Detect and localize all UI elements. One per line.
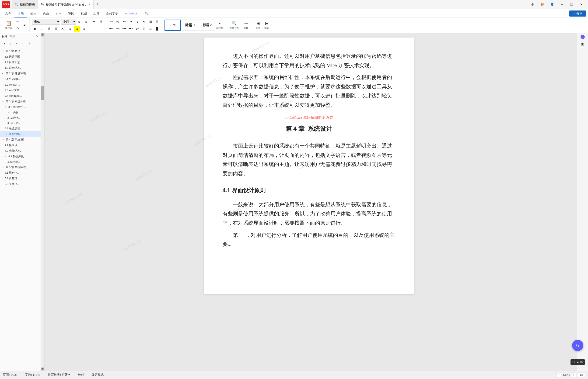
scroll-down-button[interactable]: ▼ — [41, 368, 44, 370]
char-shading-button[interactable]: A — [81, 26, 87, 32]
user-icon[interactable]: 👤 — [547, 1, 557, 8]
bold-button[interactable]: B — [32, 26, 38, 32]
paste-button[interactable]: 📋 格式刷 — [4, 20, 14, 30]
sidebar-item-3-1-1[interactable]: 3.1.1 操作... — [0, 110, 41, 115]
sidebar-item-2-3[interactable]: 2.3 vue 技术 — [0, 87, 41, 93]
numbered-list-button[interactable]: ≡1 — [115, 19, 121, 25]
tab-start[interactable]: 开始 — [15, 9, 27, 17]
search-icon[interactable]: 🔍 — [142, 9, 152, 17]
decrease-font-button[interactable]: A⁻ — [84, 19, 90, 25]
style-zhengwen-button[interactable]: 正文 — [165, 20, 181, 31]
bullet-list-button[interactable]: ≡• — [108, 19, 114, 25]
sidebar-item-3-1[interactable]: ▼ 3.1 可行性分... — [0, 104, 41, 110]
align-right-button[interactable]: ≡➡ — [121, 26, 127, 32]
para-border-button[interactable]: □ — [148, 26, 153, 32]
close-button[interactable]: ✕ — [577, 1, 586, 8]
columns-button[interactable]: ⫴ — [141, 26, 147, 32]
sidebar-item-ch1[interactable]: ▼ 第 1 章 绪论 — [0, 48, 41, 54]
float-lang-button[interactable]: CH ⇌ 简 — [571, 359, 585, 365]
sidebar-item-2-4[interactable]: 2.4 SpringBo... — [0, 93, 41, 99]
zoom-out-button[interactable]: − — [556, 372, 561, 377]
italic-button[interactable]: I — [39, 26, 45, 32]
sidebar-item-4-1[interactable]: 4.1 界面设计... — [0, 142, 41, 148]
wps-ai-right-button[interactable]: G — [581, 35, 585, 39]
style-biaoti1-button[interactable]: 标题 1 — [182, 20, 198, 31]
tab-insert[interactable]: 插入 — [27, 9, 40, 17]
sidebar-item-1-3[interactable]: 1.3 论文结构... — [0, 65, 41, 71]
show-formatting-button[interactable]: ¶ — [141, 19, 147, 25]
float-wc-button[interactable]: G — [572, 340, 583, 351]
sidebar-item-4-2[interactable]: 4.2 功能结构... — [0, 148, 41, 154]
new-tab-button[interactable]: + — [94, 2, 101, 7]
styles-more-button[interactable]: ▾ — [217, 20, 223, 27]
find-replace-button[interactable]: 🔍 查找替换 — [228, 20, 241, 30]
font-size-select[interactable]: 小四 — [61, 19, 76, 25]
tab-file[interactable]: 文件 — [2, 9, 15, 17]
restore-button[interactable]: ❐ — [567, 1, 576, 8]
align-center-button[interactable]: ≡≡ — [115, 26, 121, 32]
sidebar-refresh-button[interactable]: ↺ — [26, 41, 31, 46]
sidebar-item-2-1[interactable]: 2.1 MYSQL ... — [0, 76, 41, 82]
decrease-indent-button[interactable]: ⇤ — [121, 19, 127, 25]
document-area[interactable]: ▲ ▼ code51.cn code51.cn code51.cn code51… — [41, 33, 577, 371]
align-left-button[interactable]: ⬅≡ — [108, 26, 114, 32]
tab-cite[interactable]: 引用 — [52, 9, 65, 17]
tab-tools[interactable]: 工具 — [90, 9, 103, 17]
tab-doc-main[interactable]: W 校园食堂订餐系统boot论文.d... ✕ — [38, 0, 94, 9]
tab-page[interactable]: 页面 — [40, 9, 52, 17]
sidebar-item-3-3[interactable]: 3.3 系统性能... — [0, 131, 41, 137]
sidebar-item-5-3[interactable]: 5.3 美食信... — [0, 181, 41, 187]
share-button[interactable]: ↗ 分享 — [569, 11, 586, 16]
settings-icon[interactable]: ⚙ — [528, 1, 537, 8]
scroll-thumb[interactable] — [41, 86, 44, 100]
border-button[interactable]: ⊡ — [148, 19, 153, 25]
sidebar-add-button[interactable]: + — [14, 41, 19, 46]
copy-button[interactable]: ⧉ — [15, 25, 20, 32]
highlight-button[interactable]: A — [74, 26, 80, 32]
superscript-button[interactable]: X² — [60, 26, 66, 32]
spell-check[interactable]: 拼写检查: 打开 ▾ — [48, 373, 70, 377]
sidebar-up-button[interactable]: ↑ — [8, 41, 13, 46]
sidebar-item-5-2[interactable]: 5.2 食堂信... — [0, 175, 41, 181]
increase-font-button[interactable]: A⁺ — [77, 19, 83, 25]
tab-review[interactable]: 审阅 — [65, 9, 77, 17]
tab-vip[interactable]: 会员专享 — [103, 9, 121, 17]
clear-format-button[interactable]: ✦ — [91, 19, 97, 25]
rank-button[interactable]: ⊟ 排列 — [263, 20, 270, 30]
tab-close-icon[interactable]: ✕ — [88, 3, 91, 6]
justify-button[interactable]: ⬌≡ — [128, 26, 134, 32]
sidebar-item-3-1-2[interactable]: 3.1.2 经济... — [0, 115, 41, 121]
sidebar-item-1-1[interactable]: 1.1 选题动因 — [0, 54, 41, 60]
sidebar-item-1-2[interactable]: 1.2 目的和意... — [0, 60, 41, 65]
sidebar-chapter-tab[interactable]: 章节 — [9, 34, 16, 38]
underline-button[interactable]: U̲ — [46, 26, 52, 32]
pinyin-button[interactable]: 拼 — [98, 19, 104, 25]
sidebar-item-3-1-3[interactable]: 3.1.3 技术... — [0, 120, 41, 126]
sidebar-item-4-3[interactable]: ▼ 4.3 数据库设... — [0, 154, 41, 159]
skin-icon[interactable]: 🎨 — [538, 1, 547, 8]
sidebar-item-ch2[interactable]: ▶ 第 2 章 开发环境... — [0, 71, 41, 76]
cut-button[interactable]: ✂ — [15, 19, 20, 25]
tab-find-template[interactable]: 🔍 找稿壳模板 — [12, 0, 38, 9]
vertical-scrollbar[interactable]: ▲ ▼ — [41, 33, 45, 371]
shading-button[interactable]: ▒ — [154, 19, 160, 25]
sidebar-item-ch4[interactable]: ▼ 第 4 章 系统设计 — [0, 137, 41, 142]
tab-view[interactable]: 视图 — [77, 9, 90, 17]
format-painter-button[interactable]: 🖌 — [21, 22, 28, 28]
sidebar-collapse-button[interactable]: ▼ — [2, 41, 7, 46]
font-family-select[interactable]: 宋体 — [32, 19, 60, 25]
line-spacing-button[interactable]: ↕≡ — [134, 26, 140, 32]
sidebar-item-2-2[interactable]: 2.2 Tomcat ... — [0, 82, 41, 87]
font-color-button[interactable]: A — [67, 26, 73, 32]
select-button[interactable]: ⊹ 选择 — [242, 20, 250, 30]
sidebar-item-ch3[interactable]: ▼ 第 3 章 系统分析 — [0, 99, 41, 104]
sidebar-item-5-1[interactable]: 5.1 用户信... — [0, 170, 41, 175]
style-biaoti2-button[interactable]: 标题 2 — [199, 20, 215, 31]
strikethrough-button[interactable]: S̶ — [53, 26, 59, 32]
sidebar-close-button[interactable]: ✕ — [36, 34, 39, 38]
increase-indent-button[interactable]: ⇥ — [128, 19, 134, 25]
arrange-button[interactable]: ⊞ 排版 — [254, 20, 262, 30]
scroll-up-button[interactable]: ▲ — [41, 33, 44, 36]
minimize-button[interactable]: ─ — [557, 1, 567, 8]
sidebar-item-ch5[interactable]: ▼ 第 5 章 系统实现 — [0, 164, 41, 170]
